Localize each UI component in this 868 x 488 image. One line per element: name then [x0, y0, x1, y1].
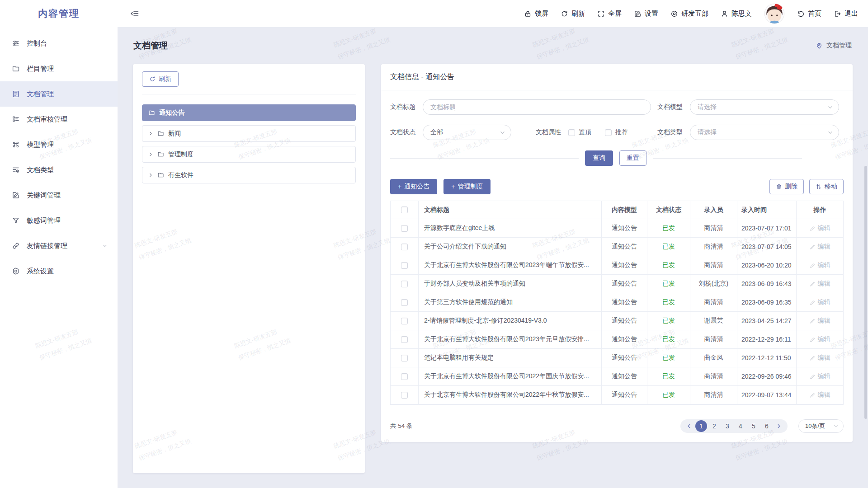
category-tree-panel: 刷新 通知公告 新闻 管理制度 有生软件: [133, 64, 365, 473]
avatar[interactable]: [764, 3, 785, 24]
cell-status: 已发: [647, 349, 690, 367]
add-policy-button[interactable]: + 管理制度: [443, 179, 491, 194]
row-checkbox[interactable]: [401, 225, 408, 232]
search-button[interactable]: 查询: [585, 150, 613, 166]
location-target-icon: [670, 10, 678, 18]
page-button[interactable]: 4: [735, 420, 746, 432]
sidebar-item-friend-links[interactable]: 友情链接管理: [0, 233, 118, 258]
row-checkbox[interactable]: [401, 318, 408, 324]
doc-title-input[interactable]: [423, 99, 651, 115]
sidebar-item-system-settings[interactable]: 系统设置: [0, 258, 118, 284]
row-checkbox[interactable]: [401, 262, 408, 269]
edit-button[interactable]: 编辑: [810, 391, 830, 399]
select-all-checkbox[interactable]: [401, 206, 408, 213]
row-checkbox[interactable]: [401, 281, 408, 287]
edit-button[interactable]: 编辑: [810, 372, 830, 380]
documents-table: 文档标题 内容模型 文档状态 录入员 录入时间 操作 开源数字底座在gitee上…: [390, 201, 844, 405]
cell-status: 已发: [647, 219, 690, 237]
cell-status: 已发: [647, 293, 690, 311]
page-button[interactable]: 3: [722, 420, 733, 432]
edit-button-label: 编辑: [818, 317, 830, 325]
checkbox[interactable]: [568, 129, 575, 136]
doc-status-select[interactable]: 全部: [423, 125, 511, 140]
scrollbar-thumb[interactable]: [864, 166, 867, 419]
cell-model: 通知公告: [602, 275, 647, 293]
chevron-right-icon[interactable]: [148, 152, 153, 157]
sidebar-item-documents[interactable]: 文档管理: [0, 81, 118, 107]
sidebar-item-doc-audit[interactable]: 文档审核管理: [0, 107, 118, 132]
next-page-button[interactable]: [774, 420, 784, 432]
link-icon: [12, 242, 20, 250]
tree-node-news[interactable]: 新闻: [142, 125, 356, 142]
attr-recommend-checkbox[interactable]: 推荐: [605, 128, 628, 136]
column-header-model: 内容模型: [602, 201, 647, 219]
sidebar-item-console[interactable]: 控制台: [0, 31, 118, 56]
chevron-down-icon: [102, 243, 108, 249]
cell-model: 通知公告: [602, 330, 647, 348]
chevron-right-icon[interactable]: [148, 131, 153, 136]
cell-model: 通知公告: [602, 386, 647, 404]
tree-refresh-button[interactable]: 刷新: [142, 71, 179, 87]
doc-model-select[interactable]: 请选择: [690, 99, 839, 115]
row-checkbox[interactable]: [401, 299, 408, 306]
exit-icon: [834, 10, 841, 18]
tree-node-notices[interactable]: 通知公告: [142, 104, 356, 121]
edit-button[interactable]: 编辑: [810, 280, 830, 288]
tree-node-policies[interactable]: 管理制度: [142, 146, 356, 163]
sidebar-menu: 控制台 栏目管理 文档管理 文档审核管理 模型管理 文档类型 关键词管理 敏感: [0, 27, 118, 284]
edit-button[interactable]: 编辑: [810, 243, 830, 251]
home-button[interactable]: 首页: [797, 9, 821, 18]
edit-button[interactable]: 编辑: [810, 317, 830, 325]
cell-editor: 商清清: [690, 293, 737, 311]
sidebar-item-models[interactable]: 模型管理: [0, 132, 118, 157]
settings-button[interactable]: 设置: [634, 9, 658, 18]
sidebar-item-label: 文档类型: [27, 166, 54, 174]
pencil-icon: [810, 355, 816, 361]
edit-button[interactable]: 编辑: [810, 354, 830, 362]
sidebar-item-doc-types[interactable]: 文档类型: [0, 157, 118, 183]
page-button[interactable]: 5: [748, 420, 760, 432]
sidebar-item-sensitive-words[interactable]: 敏感词管理: [0, 208, 118, 233]
cell-title: 关于公司介绍文件下载的通知: [419, 238, 602, 256]
edit-button[interactable]: 编辑: [810, 298, 830, 306]
checkbox[interactable]: [605, 129, 612, 136]
fullscreen-button[interactable]: 全屏: [597, 9, 622, 18]
tree-node-software[interactable]: 有生软件: [142, 167, 356, 183]
doc-type-label: 文档类型: [657, 128, 686, 136]
page-button[interactable]: 6: [761, 420, 773, 432]
doc-type-select[interactable]: 请选择: [690, 125, 839, 140]
move-button[interactable]: 移动: [809, 179, 844, 194]
filter-form: 文档标题 文档模型 请选择 文档状态 全部 文档属性: [381, 90, 853, 140]
refresh-button[interactable]: 刷新: [561, 9, 585, 18]
delete-button[interactable]: 删除: [769, 179, 804, 194]
sidebar-item-keywords[interactable]: 关键词管理: [0, 183, 118, 208]
reset-button[interactable]: 重置: [619, 150, 646, 166]
row-checkbox[interactable]: [401, 355, 408, 361]
attr-top-checkbox[interactable]: 置顶: [568, 128, 591, 136]
prev-page-button[interactable]: [684, 420, 694, 432]
row-checkbox[interactable]: [401, 373, 408, 380]
edit-button[interactable]: 编辑: [810, 224, 830, 232]
row-checkbox[interactable]: [401, 392, 408, 399]
edit-button[interactable]: 编辑: [810, 335, 830, 343]
page-button[interactable]: 1: [695, 420, 707, 432]
page-button[interactable]: 2: [708, 420, 720, 432]
add-notice-button[interactable]: + 通知公告: [390, 179, 437, 194]
cell-model: 通知公告: [602, 367, 647, 385]
document-panel-title: 文档信息 - 通知公告: [381, 64, 853, 90]
sidebar-collapse-icon[interactable]: [130, 9, 139, 18]
chevron-left-icon: [686, 423, 692, 429]
current-user[interactable]: 陈思文: [721, 9, 752, 18]
logout-button[interactable]: 退出: [834, 9, 858, 18]
edit-button[interactable]: 编辑: [810, 261, 830, 269]
row-checkbox[interactable]: [401, 336, 408, 343]
command-icon: [12, 141, 20, 149]
row-checkbox[interactable]: [401, 244, 408, 250]
document-icon: [12, 90, 20, 98]
chevron-right-icon[interactable]: [148, 173, 153, 178]
department-indicator[interactable]: 研发五部: [670, 9, 708, 18]
chevron-down-icon: [833, 423, 839, 429]
sidebar-item-columns[interactable]: 栏目管理: [0, 56, 118, 81]
lock-screen-button[interactable]: 锁屏: [524, 9, 548, 18]
page-size-select[interactable]: 10条/页: [798, 419, 844, 433]
